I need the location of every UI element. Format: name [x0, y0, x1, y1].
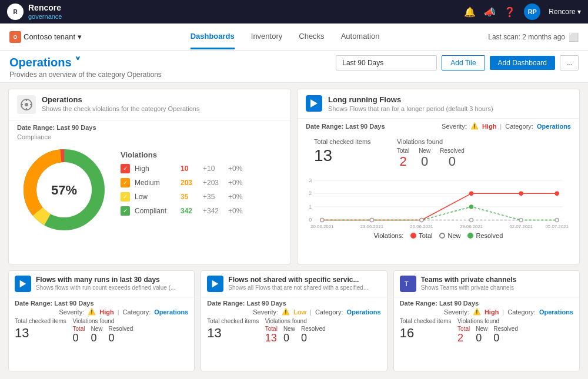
teams-private-card: T Teams with private channels Shows Team…: [393, 270, 580, 371]
operations-date-range: Date Range: Last 90 Days: [17, 124, 282, 131]
flows-not-shared-header: Flows not shared with specific servic...…: [201, 271, 386, 297]
flows-many-runs-violations: Violations found Total 0 New 0 R: [72, 318, 188, 344]
flows-meta: Date Range: Last 90 Days Severity: ⚠️ Hi…: [306, 122, 571, 130]
megaphone-icon[interactable]: 📣: [484, 6, 496, 18]
bell-icon[interactable]: 🔔: [464, 6, 476, 18]
export-icon[interactable]: ⬜: [569, 32, 579, 42]
svg-text:T: T: [404, 280, 408, 287]
operations-card-title: Operations: [42, 95, 199, 104]
avatar[interactable]: RP: [524, 4, 540, 20]
svg-marker-40: [212, 280, 219, 287]
svg-point-31: [555, 219, 559, 222]
flows-not-shared-total-checked: Total checked items 13: [207, 318, 265, 344]
svg-point-23: [470, 192, 473, 195]
svg-text:1: 1: [309, 204, 312, 210]
many-resolved-viol: Resolved 0: [109, 326, 133, 344]
legend-low: ✓ Low 35 +35 +0%: [121, 192, 282, 202]
tenant-selector[interactable]: O Contoso tenant ▾: [9, 31, 82, 43]
svg-point-27: [370, 219, 373, 222]
svg-point-32: [470, 205, 473, 209]
flows-many-runs-body: Date Range: Last 90 Days Severity: ⚠️ Hi…: [9, 297, 194, 346]
operations-card-text: Operations Shows the check violations fo…: [42, 95, 199, 112]
svg-text:57%: 57%: [51, 183, 77, 197]
flows-stats-row: Total checked items 13 Violations found …: [306, 133, 571, 174]
bottom-row: Flows with many runs in last 30 days Sho…: [8, 270, 580, 371]
long-running-flows-subtitle: Shows Flows that ran for a longer period…: [328, 105, 493, 112]
long-running-flows-body: Date Range: Last 90 Days Severity: ⚠️ Hi…: [298, 119, 579, 239]
violations-legend: Violations ✓ High 10 +10 +0% ✓ Medium 20…: [121, 150, 282, 220]
tab-dashboards[interactable]: Dashboards: [191, 25, 235, 49]
flows-not-shared-title: Flows not shared with specific servic...: [228, 276, 368, 284]
notshared-resolved-viol: Resolved 0: [301, 326, 326, 344]
svg-text:20.06.2021: 20.06.2021: [310, 224, 333, 229]
svg-text:26.06.2021: 26.06.2021: [410, 224, 433, 229]
notshared-total-viol: Total 13: [265, 326, 278, 344]
flows-date-range: Date Range: Last 90 Days: [306, 123, 385, 130]
teams-icon: T: [400, 276, 416, 292]
svg-marker-39: [20, 280, 26, 287]
flows-not-shared-violations: Violations found Total 13 New 0: [265, 318, 381, 344]
tab-inventory[interactable]: Inventory: [251, 25, 282, 49]
resolved-dot: [467, 233, 473, 239]
teams-private-title: Teams with private channels: [421, 276, 517, 284]
svg-point-26: [320, 219, 324, 222]
logo-text: Rencore governance: [28, 4, 62, 19]
flows-many-runs-total-checked: Total checked items 13: [15, 318, 72, 344]
add-dashboard-button[interactable]: Add Dashboard: [490, 56, 555, 70]
legend-new: New: [439, 232, 460, 239]
many-new-viol: New 0: [91, 326, 103, 344]
svg-text:02.07.2021: 02.07.2021: [510, 224, 533, 229]
top-nav-icons: 🔔 📣 ❓ RP Rencore ▾: [464, 4, 581, 20]
date-filter-input[interactable]: [336, 55, 437, 71]
low-check: ✓: [121, 192, 130, 202]
page-title: Operations ˅: [9, 55, 162, 69]
operations-compliance: Compliance 57%: [17, 133, 282, 237]
svg-text:3: 3: [309, 177, 312, 183]
flows-many-runs-title: Flows with many runs in last 30 days: [36, 276, 175, 284]
last-scan: Last scan: 2 months ago ⬜: [488, 32, 579, 42]
operations-card-subtitle: Shows the check violations for the categ…: [42, 105, 199, 112]
teams-private-stats: Total checked items 16 Violations found …: [400, 318, 573, 344]
new-dot: [439, 233, 445, 239]
more-button[interactable]: ...: [560, 55, 579, 71]
tenant-label[interactable]: Contoso tenant ▾: [24, 32, 82, 41]
svg-text:2: 2: [309, 190, 312, 196]
teams-resolved-viol: Resolved 0: [493, 326, 518, 344]
flows-many-runs-stats: Total checked items 13 Violations found …: [15, 318, 188, 344]
flows-not-shared-body: Date Range: Last 90 Days Severity: ⚠️ Lo…: [201, 297, 386, 346]
total-dot: [410, 233, 416, 239]
top-nav: R Rencore governance 🔔 📣 ❓ RP Rencore ▾: [0, 0, 588, 24]
svg-point-29: [470, 219, 473, 222]
svg-point-30: [519, 219, 523, 222]
flows-new-viol: New 0: [419, 147, 430, 169]
flows-chart: 0 1 2 3: [306, 174, 571, 239]
flows-violations-found: Violations found Total 2 New 0 Resolved: [397, 138, 563, 169]
nav-tabs: Dashboards Inventory Checks Automation: [191, 25, 380, 49]
svg-point-28: [420, 219, 423, 222]
tab-checks[interactable]: Checks: [299, 25, 324, 49]
teams-violations-found: Violations found Total 2 New 0 R: [457, 318, 573, 344]
tab-automation[interactable]: Automation: [341, 25, 380, 49]
legend-resolved: Resolved: [467, 232, 503, 239]
flows-many-runs-severity: Severity: ⚠️ High | Category: Operations: [15, 308, 188, 316]
add-tile-button[interactable]: Add Tile: [442, 55, 485, 71]
many-total-viol: Total 0: [72, 326, 85, 344]
tenant-icon: O: [9, 31, 21, 43]
teams-private-severity: Severity: ⚠️ High | Category: Operations: [400, 308, 573, 316]
page-subtitle: Provides an overview of the category Ope…: [9, 71, 162, 79]
operations-card-body: Date Range: Last 90 Days Compliance: [9, 120, 290, 237]
flows-resolved-viol: Resolved 0: [440, 147, 465, 169]
long-running-flows-card: Long running Flows Shows Flows that ran …: [297, 89, 580, 264]
flows-total-checked: Total checked items 13: [314, 138, 397, 169]
medium-check: ✓: [121, 178, 130, 187]
legend-total: Total: [410, 232, 432, 239]
svg-point-24: [519, 192, 523, 195]
legend-high: ✓ High 10 +10 +0%: [121, 164, 282, 173]
page-actions: Add Tile Add Dashboard ...: [336, 55, 579, 71]
teams-total-checked: Total checked items 16: [400, 318, 457, 344]
user-name[interactable]: Rencore ▾: [549, 8, 581, 16]
page-title-area: Operations ˅ Provides an overview of the…: [9, 55, 162, 79]
operations-card-header: Operations Shows the check violations fo…: [9, 89, 290, 120]
help-icon[interactable]: ❓: [504, 6, 516, 18]
svg-point-1: [25, 103, 28, 106]
